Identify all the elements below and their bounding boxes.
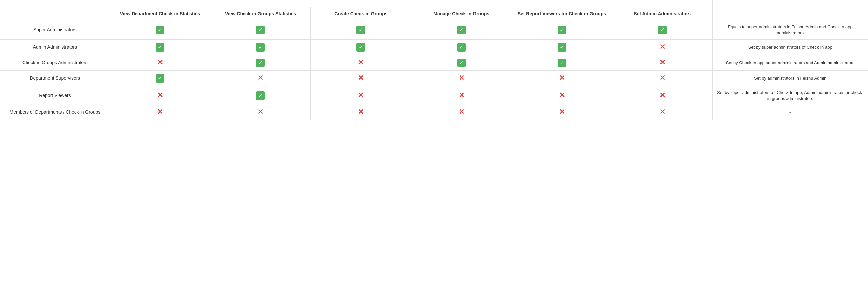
perm-cell-r5-c4: ✕ [512,105,612,120]
perm-cell-r0-c0: ✓ [110,21,210,39]
cross-icon: ✕ [257,74,264,82]
check-icon: ✓ [457,26,466,34]
perm-cell-r1-c4: ✓ [512,39,612,55]
table-row: Super Administrators✓✓✓✓✓✓Equals to supe… [0,21,868,39]
check-icon: ✓ [256,91,265,100]
perm-cell-r5-c2: ✕ [311,105,411,120]
check-icon: ✓ [457,43,466,51]
perm-cell-r3-c1: ✕ [210,70,311,86]
permission-source-header [713,0,868,21]
cross-icon: ✕ [559,91,565,99]
perm-cell-r4-c1: ✓ [210,86,311,105]
source-cell-2: Set by Check In app super administrators… [713,55,868,70]
check-icon: ✓ [256,43,265,51]
main-header [110,0,713,7]
source-cell-3: Set by administrators in Feishu Admin [713,70,868,86]
source-cell-1: Set by super administrators of Check In … [713,39,868,55]
check-icon: ✓ [256,26,265,34]
cross-icon: ✕ [559,108,565,116]
source-cell-4: Set by super administrators o f Check In… [713,86,868,105]
table-row: Admin Administrators✓✓✓✓✓✕Set by super a… [0,39,868,55]
perm-cell-r4-c4: ✕ [512,86,612,105]
perm-cell-r3-c4: ✕ [512,70,612,86]
cross-icon: ✕ [459,91,464,99]
perm-cell-r2-c0: ✕ [110,55,210,70]
perm-cell-r1-c1: ✓ [210,39,311,55]
perm-cell-r1-c2: ✓ [311,39,411,55]
perm-cell-r0-c3: ✓ [411,21,512,39]
check-icon: ✓ [156,74,164,83]
perm-cell-r5-c0: ✕ [110,105,210,120]
table-row: Report Viewers✕✓✕✕✕✕Set by super adminis… [0,86,868,105]
perm-cell-r0-c5: ✓ [612,21,713,39]
col-header-set_report: Set Report Viewers for Check-in Groups [512,7,612,21]
cross-icon: ✕ [157,108,163,116]
cross-icon: ✕ [157,59,163,66]
col-header-manage_groups: Manage Check-in Groups [411,7,512,21]
cross-icon: ✕ [459,74,464,82]
cross-icon: ✕ [559,74,565,82]
cross-icon: ✕ [358,74,364,82]
check-icon: ✓ [658,26,666,34]
perm-cell-r5-c1: ✕ [210,105,311,120]
perm-cell-r3-c2: ✕ [311,70,411,86]
col-header-view_groups: View Check-in Groups Statistics [210,7,311,21]
table-body: Super Administrators✓✓✓✓✓✓Equals to supe… [0,21,868,120]
perm-cell-r0-c1: ✓ [210,21,311,39]
table-row: Members of Departments / Check-in Groups… [0,105,868,120]
perm-cell-r4-c0: ✕ [110,86,210,105]
role-cell-4: Report Viewers [0,86,110,105]
permissions-table-wrapper: View Department Check-in StatisticsView … [0,0,868,120]
top-header-row [0,0,868,7]
check-icon: ✓ [156,43,164,51]
col-header-set_admin: Set Admin Administrators [612,7,713,21]
role-cell-2: Check-in Groups Administrators [0,55,110,70]
check-icon: ✓ [356,26,365,34]
col-header-create_groups: Create Check-in Groups [311,7,411,21]
perm-cell-r5-c3: ✕ [411,105,512,120]
perm-cell-r4-c5: ✕ [612,86,713,105]
col-header-view_dept: View Department Check-in Statistics [110,7,210,21]
cross-icon: ✕ [157,91,163,99]
check-icon: ✓ [356,43,365,51]
perm-cell-r3-c0: ✓ [110,70,210,86]
cross-icon: ✕ [659,74,665,82]
cross-icon: ✕ [659,43,665,50]
table-row: Check-in Groups Administrators✕✓✕✓✓✕Set … [0,55,868,70]
perm-cell-r2-c3: ✓ [411,55,512,70]
perm-cell-r2-c1: ✓ [210,55,311,70]
perm-cell-r2-c5: ✕ [612,55,713,70]
perm-cell-r4-c3: ✕ [411,86,512,105]
check-icon: ✓ [558,43,566,51]
perm-cell-r1-c3: ✓ [411,39,512,55]
perm-cell-r0-c2: ✓ [311,21,411,39]
permissions-table: View Department Check-in StatisticsView … [0,0,868,120]
cross-icon: ✕ [358,91,364,99]
check-icon: ✓ [156,26,164,34]
perm-cell-r5-c5: ✕ [612,105,713,120]
check-icon: ✓ [457,59,466,67]
cross-icon: ✕ [659,108,665,116]
source-cell-0: Equals to super administrators in Feishu… [713,21,868,39]
check-icon: ✓ [558,26,566,34]
perm-cell-r1-c5: ✕ [612,39,713,55]
role-cell-0: Super Administrators [0,21,110,39]
cross-icon: ✕ [358,108,364,116]
cross-icon: ✕ [659,59,665,66]
source-cell-5: - [713,105,868,120]
check-icon: ✓ [256,59,265,67]
check-icon: ✓ [558,59,566,67]
perm-cell-r1-c0: ✓ [110,39,210,55]
roles-header [0,0,110,21]
cross-icon: ✕ [358,59,364,66]
perm-cell-r4-c2: ✕ [311,86,411,105]
cross-icon: ✕ [257,108,264,116]
role-cell-3: Department Supervisors [0,70,110,86]
cross-icon: ✕ [459,108,464,116]
role-cell-1: Admin Administrators [0,39,110,55]
perm-cell-r3-c5: ✕ [612,70,713,86]
table-row: Department Supervisors✓✕✕✕✕✕Set by admin… [0,70,868,86]
perm-cell-r3-c3: ✕ [411,70,512,86]
cross-icon: ✕ [659,91,665,99]
perm-cell-r0-c4: ✓ [512,21,612,39]
